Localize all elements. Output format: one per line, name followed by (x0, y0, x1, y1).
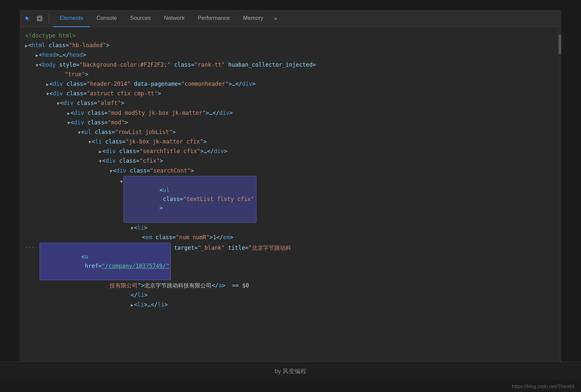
code-line: <em class="num numR" >1</em> (20, 233, 561, 242)
code-line-highlighted: ▼ <ul class="textList flsty cfix" > (20, 176, 561, 223)
code-line: 技有限公司"> 北京字节跳动科技有限公司 </a> == $0 (20, 281, 561, 290)
tab-bar: Elements Console Sources Network Perform… (20, 10, 561, 27)
code-line: ▼ <ul class="rowList jobList" > (20, 127, 561, 137)
code-line: ▶ <div class="mod modSty jk-box jk-matte… (20, 108, 561, 118)
arrow-icon[interactable]: ▼ (67, 120, 70, 127)
tab-console[interactable]: Console (90, 10, 123, 27)
arrow-icon[interactable]: ▼ (57, 100, 59, 107)
arrow-icon[interactable]: ▼ (88, 139, 91, 146)
tab-network[interactable]: Network (157, 10, 191, 27)
cursor-icon-btn[interactable] (22, 13, 33, 24)
code-line: ▼ <div class="astruct cfix cmp-tt" > (20, 89, 561, 98)
outer-frame: Elements Console Sources Network Perform… (0, 0, 581, 362)
code-panel: <!doctype html> ▶ <html class="hb-loaded… (20, 27, 561, 362)
tab-memory[interactable]: Memory (236, 10, 270, 27)
arrow-icon[interactable]: ▶ (131, 302, 133, 309)
code-line: ▼ <li> (20, 223, 561, 233)
arrow-icon[interactable]: ▼ (36, 62, 38, 69)
code-line: ▼ <div class="aleft" > (20, 98, 561, 108)
arrow-icon[interactable]: ▶ (25, 43, 28, 49)
code-line: <!doctype html> (20, 31, 561, 41)
tabs: Elements Console Sources Network Perform… (53, 10, 282, 27)
code-line: ▼ <li class="jk-box jk-matter cfix" > (20, 137, 561, 147)
arrow-icon[interactable]: ▼ (110, 168, 112, 175)
code-line: ▶ <html class="hb-loaded"> (20, 41, 561, 50)
arrow-icon[interactable]: ▶ (46, 81, 49, 88)
svg-rect-1 (38, 17, 41, 20)
devtools-panel: Elements Console Sources Network Perform… (20, 10, 561, 362)
code-line: </li> (20, 290, 561, 300)
arrow-icon[interactable]: ▼ (99, 158, 102, 165)
status-bar: https://blog.csdn.net/Theo93 (0, 380, 581, 392)
bottom-text: by 风变编程 (275, 367, 306, 375)
ellipsis-dots: ... (20, 243, 40, 280)
code-line: ▶ <div class="searchTitle cfix" >…</div> (20, 147, 561, 156)
code-line: ▶ <head>…</head> (20, 50, 561, 60)
status-url: https://blog.csdn.net/Theo93 (512, 383, 574, 389)
code-line: ▼ <div class="searchCont" > (20, 166, 561, 176)
svg-rect-0 (37, 16, 42, 21)
code-line: ▶ <li>…</li> (20, 300, 561, 310)
code-line: ▼ <div class="cfix" > (20, 156, 561, 166)
arrow-icon[interactable]: ▼ (78, 129, 81, 136)
arrow-icon[interactable]: ▼ (120, 179, 123, 185)
code-line: ▼ <body style="background-color:#F2F2F2;… (20, 60, 561, 70)
arrow-icon[interactable]: ▼ (131, 225, 133, 232)
code-line: "true"> (20, 70, 561, 79)
tab-elements[interactable]: Elements (53, 10, 90, 27)
scrollbar[interactable] (557, 27, 561, 362)
tab-sources[interactable]: Sources (123, 10, 157, 27)
anchor-element[interactable]: <a href="/company/10375749/" (40, 243, 171, 280)
arrow-icon[interactable]: ▶ (99, 148, 102, 155)
ellipsis-code: <a href="/company/10375749/" target="_bl… (40, 243, 561, 280)
arrow-icon[interactable]: ▼ (46, 91, 49, 98)
inspect-box-icon-btn[interactable] (34, 13, 45, 24)
bottom-bar: by 风变编程 (0, 362, 581, 380)
code-line: ▶ <div class="header-2014" data-pagename… (20, 79, 561, 89)
tab-icons (22, 13, 49, 24)
arrow-icon[interactable]: ▶ (67, 110, 70, 117)
ellipsis-row: ... <a href="/company/10375749/" target=… (20, 242, 561, 281)
scrollbar-thumb[interactable] (559, 34, 561, 54)
arrow-icon[interactable]: ▶ (36, 52, 38, 59)
code-line: ▼ <div class="mod" > (20, 118, 561, 127)
more-tabs-button[interactable]: » (270, 10, 282, 27)
tab-performance[interactable]: Performance (191, 10, 236, 27)
